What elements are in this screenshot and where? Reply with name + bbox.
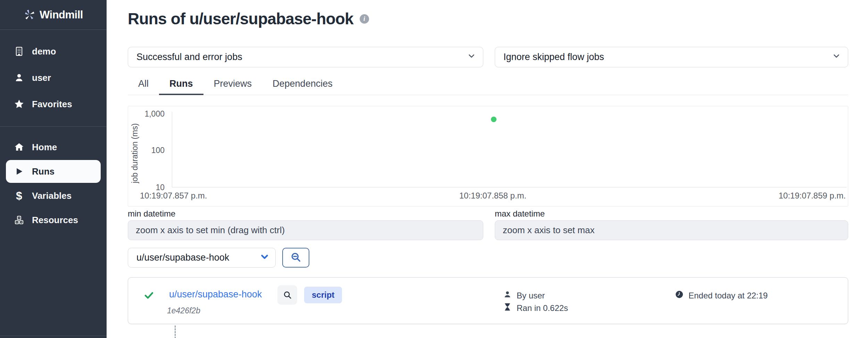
flow-jobs-value: Ignore skipped flow jobs (503, 52, 604, 62)
nav-label: Resources (32, 215, 78, 226)
workspace-label: demo (32, 46, 56, 57)
job-status-select[interactable]: Successful and error jobs (128, 47, 483, 67)
sidebar-item-workspace[interactable]: demo (0, 38, 107, 65)
home-icon (13, 141, 25, 153)
run-path-link[interactable]: u/user/supabase-hook (169, 289, 262, 300)
app-title: Windmill (40, 9, 83, 21)
run-by: By user (517, 291, 545, 301)
min-datetime-input[interactable] (128, 220, 483, 240)
favorites-label: Favorites (32, 99, 72, 110)
timeline-dashed-tick (175, 326, 176, 338)
nav-label: Runs (32, 166, 55, 177)
zoom-search-icon (290, 251, 302, 264)
max-datetime-label: max datetime (495, 209, 848, 219)
job-status-value: Successful and error jobs (136, 52, 242, 62)
main-content: Runs of u/user/supabase-hook i Successfu… (107, 0, 868, 338)
max-datetime-input[interactable] (495, 220, 848, 240)
tab-dependencies[interactable]: Dependencies (262, 75, 343, 95)
sidebar-item-runs[interactable]: Runs (6, 160, 101, 183)
person-icon (503, 290, 512, 301)
user-icon (13, 72, 25, 84)
clock-icon (675, 290, 684, 301)
page-title: Runs of u/user/supabase-hook (128, 9, 353, 28)
x-tick: 10:19:07.859 p.m. (779, 191, 846, 201)
chevron-down-icon (832, 51, 841, 63)
run-ended: Ended today at 22:19 (688, 291, 768, 301)
tab-runs[interactable]: Runs (159, 75, 203, 95)
run-duration: Ran in 0.622s (517, 303, 568, 313)
sidebar-item-favorites[interactable]: Favorites (0, 91, 107, 117)
run-search-chip[interactable] (277, 285, 297, 305)
x-tick: 10:19:07.857 p.m. (140, 191, 207, 201)
windmill-logo-icon (24, 9, 35, 21)
logo[interactable]: Windmill (0, 0, 107, 30)
user-label: user (32, 73, 51, 83)
jobs-tabs: All Runs Previews Dependencies (128, 70, 848, 95)
tab-all[interactable]: All (128, 75, 159, 95)
job-kind-badge: script (304, 287, 342, 303)
duration-chart[interactable]: job duration (ms) 1,000 100 10 10:19:07.… (128, 106, 848, 206)
chart-plot-area[interactable] (172, 112, 846, 187)
hourglass-icon (503, 303, 512, 313)
flow-jobs-select[interactable]: Ignore skipped flow jobs (495, 47, 848, 67)
cubes-icon (13, 214, 25, 226)
sidebar-bottom-divider (0, 336, 107, 336)
info-icon[interactable]: i (360, 14, 369, 24)
sidebar-item-variables[interactable]: $ Variables (0, 184, 101, 207)
chevron-down-icon (467, 51, 476, 63)
nav-label: Home (32, 142, 57, 153)
script-path-select[interactable]: u/user/supabase-hook (128, 248, 276, 268)
chart-x-ticks: 10:19:07.857 p.m. 10:19:07.858 p.m. 10:1… (140, 191, 846, 201)
dollar-icon: $ (13, 190, 25, 202)
sidebar: Windmill demo (0, 0, 107, 338)
nav-label: Variables (32, 191, 72, 201)
sidebar-nav: Home Runs $ Variables (0, 127, 107, 231)
star-icon (13, 98, 25, 110)
sidebar-item-resources[interactable]: Resources (0, 209, 101, 231)
tab-previews[interactable]: Previews (203, 75, 262, 95)
y-tick: 100 (128, 146, 165, 155)
y-tick: 1,000 (128, 109, 165, 119)
run-data-point[interactable] (491, 117, 496, 122)
check-icon (144, 290, 154, 302)
x-tick: 10:19:07.858 p.m. (459, 191, 526, 201)
windmill-app: Windmill demo (0, 0, 868, 338)
play-icon (13, 166, 25, 177)
chevron-down-icon (259, 251, 270, 264)
min-datetime-label: min datetime (128, 209, 483, 219)
sidebar-item-user[interactable]: user (0, 65, 107, 91)
script-search-button[interactable] (282, 248, 309, 268)
building-icon (13, 45, 25, 57)
sidebar-item-home[interactable]: Home (0, 136, 101, 159)
script-path-value: u/user/supabase-hook (136, 252, 229, 263)
run-id: 1e426f2b (167, 306, 200, 315)
run-row[interactable]: u/user/supabase-hook script 1e426f2b By … (128, 277, 848, 324)
